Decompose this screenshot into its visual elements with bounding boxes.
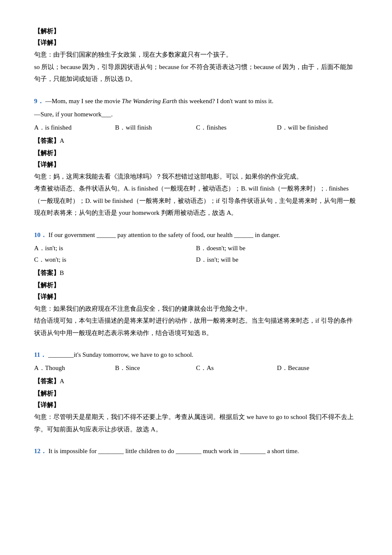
q11-question: ________it's Sunday tomorrow, we have to… bbox=[48, 351, 193, 358]
q10-xiangjie: 【详解】 bbox=[34, 291, 358, 303]
q11-detail1: 句意：尽管明天是星期天，我们不得不还要上学。考查从属连词。根据后文 we hav… bbox=[34, 411, 358, 435]
jiexi-label: 【解析】 bbox=[34, 26, 358, 37]
q10-question: If our government ______ pay attention t… bbox=[49, 231, 280, 238]
q9-option-d: D．will be finished bbox=[277, 122, 358, 133]
q9-xiangjie: 【详解】 bbox=[34, 159, 358, 171]
q12-number: 12． bbox=[34, 448, 47, 454]
q12-question: It is impossible for ________ little chi… bbox=[49, 448, 299, 454]
xiangjie-label: 【详解】 bbox=[34, 37, 358, 49]
q10-option-c: C．won't; is bbox=[34, 254, 196, 266]
q10-answer-label: 【答案】 bbox=[34, 269, 60, 276]
q11-answer-value: A bbox=[60, 378, 64, 384]
q10-answer: 【答案】B bbox=[34, 267, 358, 279]
question-10-section: 10． If our government ______ pay attenti… bbox=[34, 229, 358, 339]
q9-detail2: 考查被动语态、条件状语从句。A. is finished（一般现在时，被动语态）… bbox=[34, 182, 358, 219]
q10-option-b: B．doesn't; will be bbox=[196, 243, 358, 254]
q11-option-c: C．As bbox=[196, 362, 277, 374]
q10-detail2: 结合语境可知，本句主语描述的是将来某时进行的动作，故用一般将来时态。当主句描述将… bbox=[34, 315, 358, 339]
q9-option-c: C．finishes bbox=[196, 122, 277, 133]
q11-answer: 【答案】A bbox=[34, 376, 358, 387]
q10-text: 10． If our government ______ pay attenti… bbox=[34, 229, 358, 241]
q10-option-d: D．isn't; will be bbox=[196, 254, 358, 266]
q9-option-a: A．is finished bbox=[34, 122, 115, 133]
q9-line2: —Sure, if your homework___. bbox=[34, 109, 358, 120]
q11-answer-label: 【答案】 bbox=[34, 378, 60, 384]
q9-answer: 【答案】A bbox=[34, 135, 358, 147]
q10-detail1: 句意：如果我们的政府现在不注意食品安全，我们的健康就会出于危险之中。 bbox=[34, 303, 358, 315]
q9-number: 9． bbox=[34, 98, 44, 104]
detail1: 句意：由于我们国家的独生子女政策，现在大多数家庭只有一个孩子。 bbox=[34, 49, 358, 61]
question-11-section: 11． ________it's Sunday tomorrow, we hav… bbox=[34, 349, 358, 435]
q11-option-b: B．Since bbox=[115, 362, 196, 374]
q10-answer-value: B bbox=[60, 269, 64, 276]
q9-part1: —Mom, may I see the movie bbox=[45, 98, 122, 104]
q12-text: 12． It is impossible for ________ little… bbox=[34, 445, 358, 457]
q11-xiangjie: 【详解】 bbox=[34, 399, 358, 411]
q10-jiexi: 【解析】 bbox=[34, 280, 358, 291]
q9-italic: The Wandering Earth bbox=[122, 98, 177, 104]
q11-jiexi: 【解析】 bbox=[34, 388, 358, 399]
detail2: so 所以；because 因为，引导原因状语从句；because for 不符… bbox=[34, 61, 358, 85]
question-12-section: 12． It is impossible for ________ little… bbox=[34, 445, 358, 457]
top-analysis-section: 【解析】 【详解】 句意：由于我们国家的独生子女政策，现在大多数家庭只有一个孩子… bbox=[34, 26, 358, 85]
q9-options: A．is finished B．will finish C．finishes D… bbox=[34, 122, 358, 133]
q10-option-a: A．isn't; is bbox=[34, 243, 196, 254]
q11-number: 11． bbox=[34, 351, 46, 358]
q9-detail1: 句意：妈，这周末我能去看《流浪地球吗》？我不想错过这部电影。可以，如果你的作业完… bbox=[34, 171, 358, 183]
q11-options: A．Though B．Since C．As D．Because bbox=[34, 362, 358, 374]
q11-text: 11． ________it's Sunday tomorrow, we hav… bbox=[34, 349, 358, 361]
q9-text: 9． —Mom, may I see the movie The Wanderi… bbox=[34, 95, 358, 107]
q11-option-a: A．Though bbox=[34, 362, 115, 374]
question-9-section: 9． —Mom, may I see the movie The Wanderi… bbox=[34, 95, 358, 219]
q10-number: 10． bbox=[34, 231, 47, 238]
q9-option-b: B．will finish bbox=[115, 122, 196, 133]
q11-option-d: D．Because bbox=[277, 362, 358, 374]
q9-part2: this weekend? I don't want to miss it. bbox=[177, 98, 273, 104]
q9-answer-label: 【答案】 bbox=[34, 137, 60, 144]
q9-answer-value: A bbox=[60, 137, 64, 144]
q10-options: A．isn't; is B．doesn't; will be C．won't; … bbox=[34, 243, 358, 266]
q9-jiexi: 【解析】 bbox=[34, 147, 358, 159]
